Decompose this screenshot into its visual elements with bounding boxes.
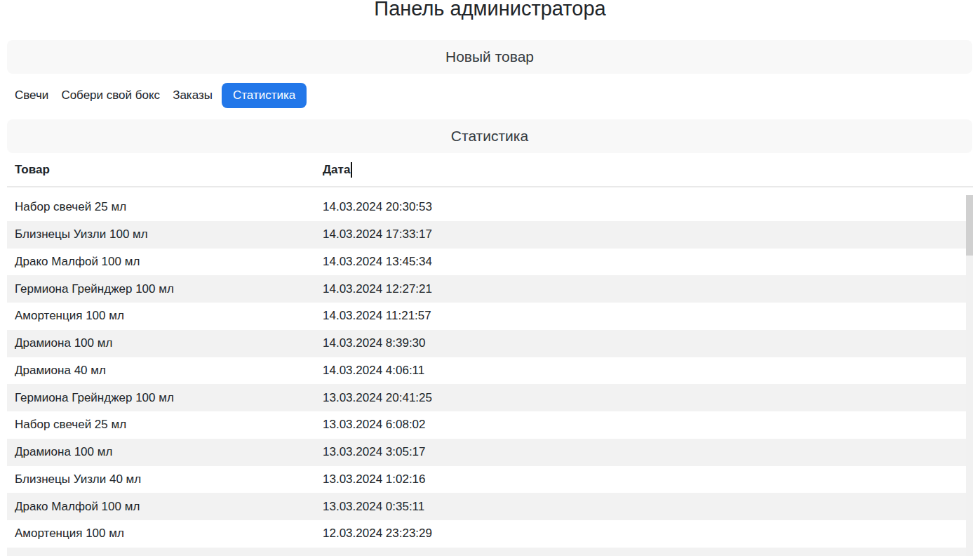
- table-row: Гермиона Грейнджер 100 мл14.03.2024 12:2…: [7, 275, 966, 303]
- product-cell: Близнецы Уизли 100 мл: [7, 227, 323, 241]
- date-cell: 13.03.2024 3:05:17: [323, 445, 966, 459]
- table-row: Драко Малфой 100 мл14.03.2024 13:45:34: [7, 249, 966, 276]
- product-cell: Набор свечей 25 мл: [7, 200, 323, 214]
- table-header-row: Товар Дата: [7, 153, 973, 187]
- product-cell: Гермиона Грейнджер 100 мл: [7, 391, 323, 405]
- tab-orders[interactable]: Заказы: [173, 88, 213, 102]
- product-cell: Гермиона Грейнджер 100 мл: [7, 282, 323, 296]
- tab-bar: СвечиСобери свой боксЗаказыСтатистика: [15, 83, 980, 108]
- column-header-product[interactable]: Товар: [7, 163, 323, 177]
- scrollbar-thumb[interactable]: [966, 195, 973, 256]
- table-row: Амортенция 100 мл14.03.2024 11:21:57: [7, 303, 966, 330]
- date-cell: 14.03.2024 17:33:17: [323, 227, 966, 241]
- column-header-date[interactable]: Дата: [323, 162, 973, 178]
- product-cell: Близнецы Уизли 40 мл: [7, 472, 323, 486]
- product-cell: Драмиона 100 мл: [7, 336, 323, 350]
- date-cell: 14.03.2024 8:39:30: [323, 336, 966, 350]
- scrollbar-track[interactable]: [966, 195, 973, 556]
- product-cell: Драмиона 100 мл: [7, 445, 323, 459]
- table-row: Драмиона 100 мл14.03.2024 8:39:30: [7, 330, 966, 357]
- tab-candles[interactable]: Свечи: [15, 88, 48, 102]
- date-cell: 14.03.2024 20:30:53: [323, 200, 966, 214]
- date-cell: 13.03.2024 0:35:11: [323, 500, 966, 514]
- date-cell: 14.03.2024 13:45:34: [323, 255, 966, 269]
- tab-build-your-box[interactable]: Собери свой бокс: [61, 88, 160, 102]
- table-row: Набор свечей 25 мл13.03.2024 6:08:02: [7, 411, 966, 439]
- new-product-header: Новый товар: [7, 40, 972, 74]
- new-product-header-label: Новый товар: [445, 48, 534, 65]
- date-cell: 12.03.2024 23:23:29: [323, 527, 966, 541]
- product-cell: Набор свечей 25 мл: [7, 418, 323, 432]
- product-cell: Амортенция 100 мл: [7, 527, 323, 541]
- date-cell: 14.03.2024 11:21:57: [323, 309, 966, 323]
- table-body: Набор свечей 25 мл14.03.2024 20:30:53Бли…: [7, 194, 973, 556]
- table-row: Близнецы Уизли 100 мл14.03.2024 17:33:17: [7, 221, 966, 249]
- date-cell: 14.03.2024 12:27:21: [323, 282, 966, 296]
- product-cell: Драко Малфой 100 мл: [7, 500, 323, 514]
- table-row: Близнецы Уизли 40 мл13.03.2024 1:02:16: [7, 466, 966, 494]
- product-cell: Амортенция 100 мл: [7, 309, 323, 323]
- date-cell: 13.03.2024 6:08:02: [323, 418, 966, 432]
- column-header-date-label: Дата: [323, 163, 350, 177]
- product-cell: Драмиона 40 мл: [7, 364, 323, 378]
- statistics-header: Статистика: [7, 119, 972, 153]
- statistics-table: Товар Дата Набор свечей 25 мл14.03.2024 …: [7, 153, 973, 556]
- table-row: Драмиона 40 мл14.03.2024 4:06:11: [7, 357, 966, 385]
- tab-statistics[interactable]: Статистика: [222, 83, 307, 108]
- table-row: Драмиона 100 мл13.03.2024 3:05:17: [7, 439, 966, 466]
- date-cell: 13.03.2024 20:41:25: [323, 391, 966, 405]
- page-title: Панель администратора: [0, 0, 980, 21]
- date-cell: 13.03.2024 1:02:16: [323, 472, 966, 486]
- table-row: Набор свечей 25 мл14.03.2024 20:30:53: [7, 194, 966, 221]
- date-cell: 14.03.2024 4:06:11: [323, 364, 966, 378]
- table-row: Амортенция 100 мл12.03.2024 23:23:29: [7, 520, 966, 548]
- text-cursor: [351, 162, 352, 178]
- table-row: Драко Малфой 100 мл13.03.2024 0:35:11: [7, 493, 966, 520]
- table-row: Гермиона Грейнджер 100 мл13.03.2024 20:4…: [7, 384, 966, 411]
- product-cell: Драко Малфой 100 мл: [7, 255, 323, 269]
- statistics-header-label: Статистика: [451, 128, 528, 145]
- table-row: [7, 548, 966, 556]
